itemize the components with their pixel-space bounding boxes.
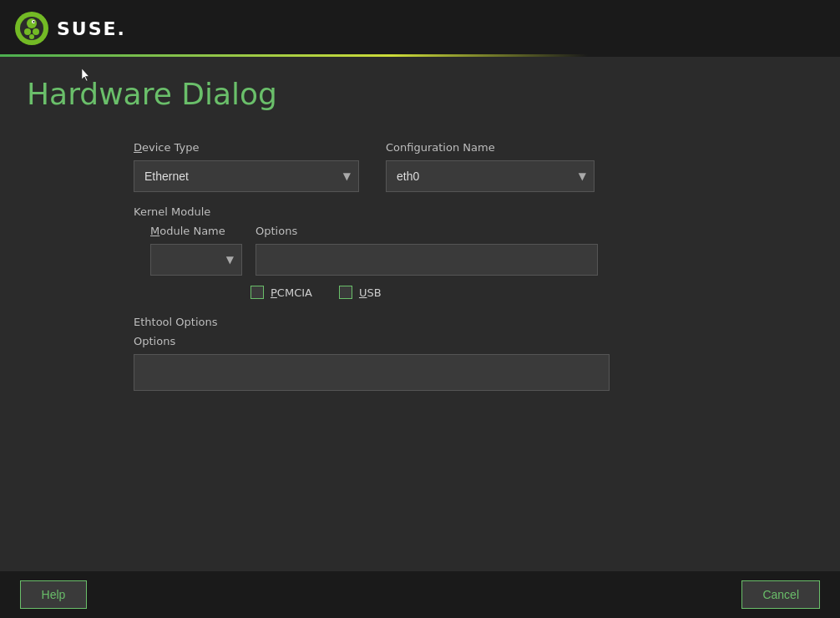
module-options-input[interactable] — [256, 244, 598, 276]
module-options-group: Options — [256, 225, 598, 276]
device-type-group: Device Type Ethernet DSL ISDN Modem ▼ — [134, 141, 359, 192]
device-type-select-wrapper: Ethernet DSL ISDN Modem ▼ — [134, 160, 359, 192]
module-options-label: Options — [256, 225, 598, 237]
usb-label: USB — [359, 286, 382, 299]
config-name-label: Configuration Name — [386, 141, 595, 154]
btn-group-right: Cancel — [741, 580, 820, 609]
svg-point-5 — [29, 34, 34, 39]
cancel-button[interactable]: Cancel — [741, 580, 820, 609]
main-content: Device Type Ethernet DSL ISDN Modem ▼ Co… — [0, 124, 840, 408]
page-title: Hardware Dialog — [0, 57, 840, 124]
device-config-row: Device Type Ethernet DSL ISDN Modem ▼ Co… — [134, 141, 706, 192]
kernel-module-label: Kernel Module — [134, 205, 706, 218]
pcmcia-checkbox[interactable] — [250, 286, 264, 299]
top-bar: SUSE. — [0, 0, 840, 57]
module-name-select[interactable] — [150, 244, 242, 276]
usb-checkbox[interactable] — [339, 286, 352, 299]
ethtool-section: Ethtool Options Options — [134, 316, 706, 391]
ethtool-inner: Options — [134, 335, 706, 391]
module-name-label: Module Name — [150, 225, 242, 237]
pcmcia-checkbox-item[interactable]: PCMCIA — [250, 286, 312, 299]
device-type-select[interactable]: Ethernet DSL ISDN Modem — [134, 160, 359, 192]
suse-logo-text: SUSE. — [57, 18, 126, 39]
checkbox-row: PCMCIA USB — [150, 286, 706, 299]
ethtool-options-input[interactable] — [134, 354, 610, 391]
bottom-bar: Help Cancel — [0, 571, 840, 618]
module-name-select-wrapper: ▼ — [150, 244, 242, 276]
usb-checkbox-item[interactable]: USB — [339, 286, 382, 299]
svg-point-2 — [27, 18, 37, 28]
module-name-group: Module Name ▼ — [150, 225, 242, 276]
ethtool-section-label: Ethtool Options — [134, 316, 706, 328]
config-name-select-wrapper: eth0 eth1 eth2 ▼ — [386, 160, 595, 192]
kernel-module-section: Kernel Module Module Name ▼ — [134, 205, 706, 299]
svg-point-3 — [24, 28, 31, 35]
module-options-row: Module Name ▼ Options — [150, 225, 706, 276]
device-type-label: Device Type — [134, 141, 359, 154]
suse-logo-icon — [13, 10, 50, 47]
ethtool-options-group: Options — [134, 335, 706, 391]
config-name-select[interactable]: eth0 eth1 eth2 — [386, 160, 595, 192]
svg-point-7 — [33, 21, 35, 23]
config-name-group: Configuration Name eth0 eth1 eth2 ▼ — [386, 141, 595, 192]
svg-point-4 — [33, 28, 39, 35]
kernel-module-inner: Module Name ▼ Options — [134, 225, 706, 299]
ethtool-options-label: Options — [134, 335, 706, 347]
suse-logo: SUSE. — [13, 10, 126, 47]
pcmcia-label: PCMCIA — [271, 286, 312, 299]
help-button[interactable]: Help — [20, 580, 87, 609]
